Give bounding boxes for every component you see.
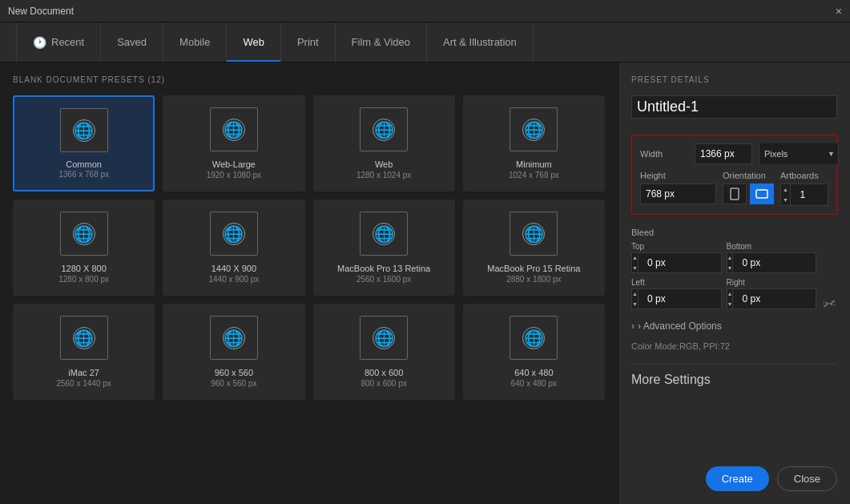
bleed-right-label: Right xyxy=(727,278,817,287)
bleed-link-icon[interactable] xyxy=(821,298,837,309)
document-title-input[interactable] xyxy=(631,95,837,119)
portrait-button[interactable] xyxy=(723,183,747,204)
bleed-left-input[interactable] xyxy=(639,293,675,304)
preset-name-1280x800: 1280 X 800 xyxy=(61,264,106,273)
bleed-label: Bleed xyxy=(631,228,837,237)
portrait-icon xyxy=(730,187,739,200)
create-button[interactable]: Create xyxy=(706,466,769,491)
preset-icon-1440x900: 🌐 xyxy=(210,212,258,256)
width-input[interactable] xyxy=(695,148,751,159)
bleed-bottom-wrap: Bottom ▲ ▼ xyxy=(727,242,817,273)
preset-name-macbook13: MacBook Pro 13 Retina xyxy=(337,264,430,273)
clock-icon: 🕐 xyxy=(33,36,46,49)
preset-icon-minimum: 🌐 xyxy=(510,107,558,151)
preset-dims-minimum: 1024 x 768 px xyxy=(509,171,559,179)
preset-name-macbook15: MacBook Pro 15 Retina xyxy=(487,264,580,273)
bleed-left-stepper-arrows: ▲ ▼ xyxy=(632,288,639,309)
height-input[interactable] xyxy=(641,188,697,200)
tab-bar: 🕐 Recent Saved Mobile Web Print Film & V… xyxy=(0,22,850,62)
preset-dims-macbook15: 2880 x 1800 px xyxy=(506,275,561,284)
tab-film-video-label: Film & Video xyxy=(352,36,410,48)
window-close-button[interactable]: × xyxy=(836,5,842,18)
tab-recent[interactable]: 🕐 Recent xyxy=(16,22,101,62)
unit-select-wrapper: Pixels Inches Centimeters Millimeters ▼ xyxy=(759,143,839,164)
preset-card-640x480[interactable]: 🌐 640 x 480 640 x 480 px xyxy=(463,304,605,400)
advanced-options-toggle[interactable]: › › Advanced Options xyxy=(631,321,837,332)
tab-print[interactable]: Print xyxy=(281,22,336,62)
bleed-left-increment[interactable]: ▲ xyxy=(632,288,638,299)
width-label: Width xyxy=(640,149,688,159)
bleed-bottom-decrement[interactable]: ▼ xyxy=(727,263,733,273)
preset-card-1280x800[interactable]: 🌐 1280 X 800 1280 x 800 px xyxy=(13,200,155,296)
preset-card-1440x900[interactable]: 🌐 1440 X 900 1440 x 900 px xyxy=(163,200,304,296)
unit-select[interactable]: Pixels Inches Centimeters Millimeters xyxy=(759,143,838,164)
preset-card-web-large[interactable]: 🌐 Web-Large 1920 x 1080 px xyxy=(163,95,304,192)
bleed-right-input[interactable] xyxy=(733,293,769,304)
preset-icon-macbook13: 🌐 xyxy=(360,212,408,256)
preset-grid: 🌐 Common 1366 x 768 px 🌐 Web-Large 1920 … xyxy=(13,95,605,400)
bleed-top-input[interactable] xyxy=(639,257,675,268)
preset-card-macbook15[interactable]: 🌐 MacBook Pro 15 Retina 2880 x 1800 px xyxy=(463,200,605,296)
artboards-label: Artboards xyxy=(780,171,828,180)
preset-dims-800x600: 800 x 600 px xyxy=(361,379,406,388)
bleed-bottom-label: Bottom xyxy=(727,242,817,251)
preset-dims-1280x800: 1280 x 800 px xyxy=(58,275,109,284)
orientation-label: Orientation xyxy=(723,171,774,180)
preset-card-web[interactable]: 🌐 Web 1280 x 1024 px xyxy=(313,95,455,192)
preset-card-imac27[interactable]: 🌐 iMac 27 2560 x 1440 px xyxy=(13,304,155,400)
bleed-bottom-input[interactable] xyxy=(733,257,769,268)
tab-web[interactable]: Web xyxy=(227,22,281,62)
advanced-options-chevron-icon: › xyxy=(631,321,634,332)
bleed-left-input-group: ▲ ▼ xyxy=(631,288,722,309)
artboards-decrement-button[interactable]: ▼ xyxy=(781,195,790,205)
preset-icon-common: 🌐 xyxy=(60,108,108,152)
tab-saved[interactable]: Saved xyxy=(101,22,163,62)
preset-name-minimum: Minimum xyxy=(516,159,552,169)
tab-mobile-label: Mobile xyxy=(179,36,210,48)
preset-name-800x600: 800 x 600 xyxy=(365,368,403,377)
preset-icon-web-large: 🌐 xyxy=(210,107,258,151)
height-label: Height xyxy=(640,171,716,180)
preset-icon-web: 🌐 xyxy=(360,107,408,151)
landscape-button[interactable] xyxy=(750,183,774,204)
advanced-options-label: › Advanced Options xyxy=(638,321,722,332)
tab-web-label: Web xyxy=(243,36,264,48)
title-bar: New Document × xyxy=(0,0,850,22)
bleed-bottom-input-group: ▲ ▼ xyxy=(727,252,817,273)
preset-dims-web-large: 1920 x 1080 px xyxy=(207,171,261,179)
tab-mobile[interactable]: Mobile xyxy=(163,22,227,62)
preset-card-800x600[interactable]: 🌐 800 x 600 800 x 600 px xyxy=(313,304,455,400)
artboards-increment-button[interactable]: ▲ xyxy=(781,184,790,195)
artboards-stepper-arrows: ▲ ▼ xyxy=(781,184,791,205)
bleed-left-decrement[interactable]: ▼ xyxy=(632,299,638,309)
preset-card-960x560[interactable]: 🌐 960 x 560 960 x 560 px xyxy=(163,304,304,400)
close-button[interactable]: Close xyxy=(777,466,837,491)
bleed-top-decrement[interactable]: ▼ xyxy=(632,263,638,273)
more-settings[interactable]: More Settings xyxy=(631,364,837,387)
bleed-top-increment[interactable]: ▲ xyxy=(632,252,638,263)
preset-icon-1280x800: 🌐 xyxy=(60,212,108,256)
bleed-bottom-increment[interactable]: ▲ xyxy=(727,252,733,263)
dimension-section: Width Pixels Inches Centimeters Millimet… xyxy=(631,135,837,215)
preset-dims-640x480: 640 x 480 px xyxy=(511,379,557,388)
preset-dims-macbook13: 2560 x 1600 px xyxy=(357,275,411,284)
right-panel: PRESET DETAILS Width Pixels Inches Centi… xyxy=(618,62,850,504)
tab-film-video[interactable]: Film & Video xyxy=(336,22,427,62)
tab-print-label: Print xyxy=(297,36,319,48)
preset-card-minimum[interactable]: 🌐 Minimum 1024 x 768 px xyxy=(463,95,605,192)
preset-icon-640x480: 🌐 xyxy=(510,316,558,360)
bleed-right-increment[interactable]: ▲ xyxy=(727,288,733,299)
bleed-bottom-stepper-arrows: ▲ ▼ xyxy=(727,252,734,273)
preset-dims-imac27: 2560 x 1440 px xyxy=(56,379,111,388)
tab-art-illustration[interactable]: Art & Illustration xyxy=(427,22,534,62)
artboards-input[interactable] xyxy=(791,189,815,200)
bleed-right-decrement[interactable]: ▼ xyxy=(727,299,733,309)
svg-rect-0 xyxy=(731,188,739,200)
width-input-group xyxy=(695,143,752,164)
artboards-stepper: ▲ ▼ xyxy=(780,183,828,206)
preset-card-macbook13[interactable]: 🌐 MacBook Pro 13 Retina 2560 x 1600 px xyxy=(313,200,455,296)
width-row: Width Pixels Inches Centimeters Millimet… xyxy=(640,143,828,164)
preset-card-common[interactable]: 🌐 Common 1366 x 768 px xyxy=(13,95,155,192)
preset-name-960x560: 960 x 560 xyxy=(215,368,253,377)
height-section: Height xyxy=(640,171,716,204)
